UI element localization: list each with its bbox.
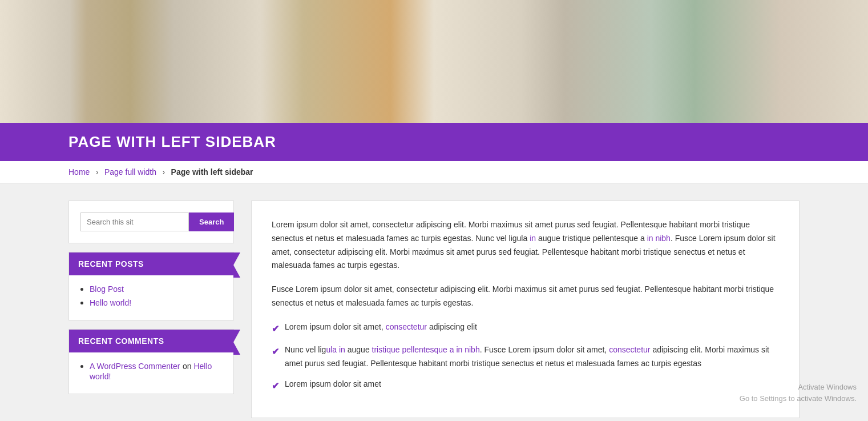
search-input[interactable] [80,212,189,231]
article-link-1[interactable]: in [530,234,536,243]
list-item: Blog Post [90,284,224,294]
checklist-text-2: Nunc vel ligula in augue tristique pelle… [285,343,779,371]
recent-posts-list: Blog Post Hello world! [78,284,224,308]
breadcrumb-parent[interactable]: Page full width [104,167,156,177]
checklist-text-1: Lorem ipsum dolor sit amet, consectetur … [285,320,477,334]
article-paragraph-1: Lorem ipsum dolor sit amet, consectetur … [272,218,779,272]
search-widget: Search [68,201,234,243]
recent-posts-section: RECENT POSTS Blog Post Hello world! [68,252,234,320]
list-item: A WordPress Commenter on Hello world! [90,361,224,382]
sidebar: Search RECENT POSTS Blog Post Hello worl… [68,201,234,418]
check-icon-1: ✔ [272,321,279,336]
list-item: Hello world! [90,298,224,308]
breadcrumb-separator-2: › [162,167,165,177]
check-icon-3: ✔ [272,378,279,394]
checklist: ✔ Lorem ipsum dolor sit amet, consectetu… [272,320,779,394]
article-link-2[interactable]: in nibh [647,234,671,243]
comment-on: on [183,362,193,371]
article-content: Lorem ipsum dolor sit amet, consectetur … [251,201,800,418]
page-title-bar: PAGE WITH LEFT SIDEBAR [0,123,868,161]
checklist-text-3: Lorem ipsum dolor sit amet [285,378,381,391]
recent-posts-body: Blog Post Hello world! [69,275,233,320]
breadcrumb-home[interactable]: Home [68,167,90,177]
recent-posts-heading: RECENT POSTS [69,252,233,275]
search-button[interactable]: Search [189,212,234,231]
breadcrumb: Home › Page full width › Page with left … [0,161,868,183]
breadcrumb-current: Page with left sidebar [171,167,253,177]
checklist-link-1[interactable]: consectetur [386,322,427,331]
article-paragraph-2: Fusce Lorem ipsum dolor sit amet, consec… [272,283,779,310]
recent-comments-heading: RECENT COMMENTS [69,330,233,352]
recent-post-link-1[interactable]: Blog Post [90,284,124,294]
check-icon-2: ✔ [272,344,279,359]
recent-comments-section: RECENT COMMENTS A WordPress Commenter on… [68,329,234,394]
recent-comments-list: A WordPress Commenter on Hello world! [78,361,224,382]
checklist-link-4[interactable]: consectetur [609,345,650,354]
breadcrumb-separator-1: › [96,167,99,177]
main-layout: Search RECENT POSTS Blog Post Hello worl… [0,183,868,421]
checklist-item-1: ✔ Lorem ipsum dolor sit amet, consectetu… [272,320,779,336]
checklist-link-3[interactable]: tristique pellentesque a in nibh [372,345,480,354]
recent-comments-body: A WordPress Commenter on Hello world! [69,352,233,394]
hero-image [0,0,868,123]
checklist-item-2: ✔ Nunc vel ligula in augue tristique pel… [272,343,779,371]
checklist-item-3: ✔ Lorem ipsum dolor sit amet [272,378,779,394]
page-title: PAGE WITH LEFT SIDEBAR [68,133,800,151]
recent-post-link-2[interactable]: Hello world! [90,298,131,307]
comment-meta: A WordPress Commenter on Hello world! [90,361,212,381]
comment-author-link[interactable]: A WordPress Commenter [90,362,180,371]
checklist-link-2[interactable]: ula in [326,345,345,354]
